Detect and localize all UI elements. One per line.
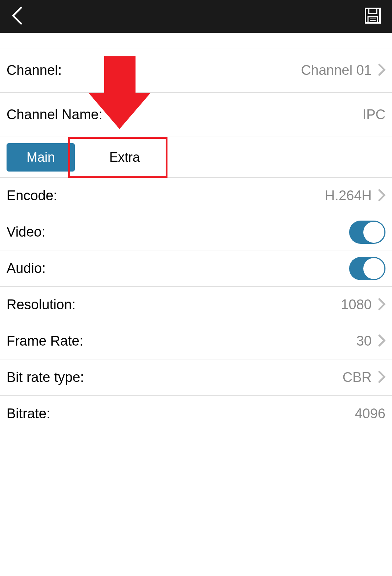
channel-row[interactable]: Channel: Channel 01	[0, 48, 392, 93]
channel-label: Channel:	[7, 63, 62, 78]
toggle-knob	[363, 258, 384, 279]
toggle-knob	[363, 222, 384, 243]
encode-row[interactable]: Encode: H.264H	[0, 178, 392, 214]
tab-row: Main Extra	[0, 137, 392, 178]
spacer	[0, 33, 392, 48]
bitrate-row[interactable]: Bitrate: 4096	[0, 396, 392, 432]
chevron-right-icon	[378, 64, 385, 77]
channel-name-row[interactable]: Channel Name: IPC	[0, 93, 392, 137]
chevron-right-icon	[378, 371, 385, 384]
audio-toggle[interactable]	[349, 257, 385, 280]
audio-row: Audio:	[0, 250, 392, 287]
bitrate-type-value: CBR	[343, 370, 372, 385]
video-label: Video:	[7, 224, 45, 240]
video-toggle[interactable]	[349, 221, 385, 244]
frame-rate-value-area: 30	[356, 333, 385, 349]
tab-main[interactable]: Main	[7, 143, 75, 172]
channel-value: Channel 01	[301, 63, 372, 78]
tab-extra[interactable]: Extra	[89, 143, 160, 172]
resolution-value: 1080	[341, 297, 372, 313]
svg-rect-2	[368, 17, 377, 23]
frame-rate-label: Frame Rate:	[7, 333, 83, 349]
back-icon[interactable]	[11, 6, 24, 27]
channel-name-value: IPC	[363, 107, 385, 122]
bitrate-type-row[interactable]: Bit rate type: CBR	[0, 359, 392, 396]
bitrate-label: Bitrate:	[7, 406, 50, 422]
bitrate-type-label: Bit rate type:	[7, 370, 84, 385]
resolution-label: Resolution:	[7, 297, 76, 313]
encode-label: Encode:	[7, 188, 57, 204]
frame-rate-value: 30	[356, 333, 372, 349]
audio-label: Audio:	[7, 261, 46, 276]
encode-value: H.264H	[325, 188, 372, 204]
video-row: Video:	[0, 214, 392, 250]
chevron-right-icon	[378, 298, 385, 312]
svg-rect-1	[369, 8, 377, 13]
bitrate-type-value-area: CBR	[343, 370, 385, 385]
channel-value-area: Channel 01	[301, 63, 385, 78]
encode-value-area: H.264H	[325, 188, 385, 204]
resolution-row[interactable]: Resolution: 1080	[0, 287, 392, 323]
frame-rate-row[interactable]: Frame Rate: 30	[0, 323, 392, 359]
bitrate-value-area: 4096	[355, 406, 385, 422]
chevron-right-icon	[378, 189, 385, 203]
chevron-right-icon	[378, 334, 385, 348]
channel-name-value-area: IPC	[363, 107, 385, 122]
channel-name-label: Channel Name:	[7, 107, 102, 122]
resolution-value-area: 1080	[341, 297, 385, 313]
header-bar	[0, 0, 392, 33]
bitrate-value: 4096	[355, 406, 385, 422]
save-icon[interactable]	[364, 7, 381, 25]
